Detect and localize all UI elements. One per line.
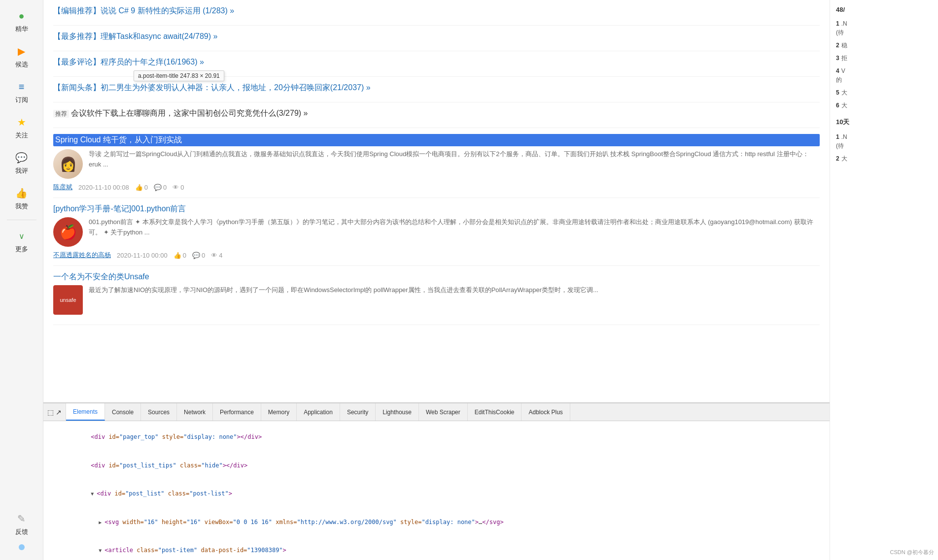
article-likes: 👍 0 [135,184,148,191]
article-item: 【最多推荐】理解Task和async await(24/789) » [53,26,820,51]
right-item: 1.N(待 [836,131,932,152]
devtools-tab-performance[interactable]: Performance [213,403,261,421]
article-meta: 陈彦斌 2020-11-10 00:08 👍 0 💬 0 👁 0 [53,183,820,192]
sidebar-divider [7,220,36,220]
article-item-unsafe: 一个名为不安全的类Unsafe unsafe 最近为了解加速NIO的实现原理，学… [53,266,820,325]
sidebar-item-dingyue[interactable]: ≡ 订阅 [2,76,41,108]
article-link[interactable]: 【编辑推荐】说说 C# 9 新特性的实际运用 (1/283) » [53,6,820,16]
devtools-tab-security[interactable]: Security [340,403,376,421]
sidebar-label-houxuan: 候选 [15,60,28,69]
right-item: 5大 [836,86,932,99]
sidebar-label-gengduo: 更多 [15,245,28,254]
sidebar: ● 精华 ▶ 候选 ≡ 订阅 ★ 关注 💬 我评 👍 我赞 ∨ 更多 [0,0,43,560]
sidebar-label-fankui: 反馈 [15,527,28,536]
code-line: <div id="pager_top" style="display: none… [43,423,830,452]
sidebar-label-dingyue: 订阅 [15,96,28,104]
devtools-tab-editthiscookie[interactable]: EditThisCookie [468,403,522,421]
right-item: 2大 [836,152,932,165]
devtools-tab-console[interactable]: Console [105,403,141,421]
right-item: 4V的 [836,65,932,86]
code-viewer: <div id="pager_top" style="display: none… [43,421,830,560]
article-link[interactable]: 【最多评论】程序员的十年之痒(16/1963) » [53,57,820,67]
element-tooltip: a.post-item-title 247.83 × 20.91 [134,70,224,81]
devtools-tab-application[interactable]: Application [297,403,340,421]
article-meta: 不愿透露姓名的高杨 2020-11-10 00:00 👍 0 💬 0 👁 4 [53,251,820,260]
inspector-icon: ⬚ [47,408,54,416]
devtools-tabs: ⬚ ↗ Elements Console Sources Network Per… [43,403,830,421]
guanzhu-icon: ★ [15,115,29,129]
article-link[interactable]: 【最多推荐】理解Task和async await(24/789) » [53,32,820,42]
sidebar-item-houxuan[interactable]: ▶ 候选 [2,40,41,73]
fankui-icon: ✎ [15,512,29,526]
devtools-tab-memory[interactable]: Memory [261,403,297,421]
article-summary: 导读 之前写过一篇SpringCloud从入门到精通的点我直达，微服务基础知识点… [89,149,820,179]
tab-webscraper-label: Web Scraper [426,409,460,416]
indicator-dot [19,544,25,550]
right-sidebar: 48/ 1.N(待 2稳 3拒 4V的 5大 6大 10天 1.N(待 2大 [830,0,938,560]
article-item-python: [python学习手册-笔记]001.python前言 🍎 001.python… [53,198,820,266]
source-label: CSDN @初今暮分 [890,549,934,556]
devtools-tab-sources[interactable]: Sources [141,403,177,421]
tab-sources-label: Sources [148,409,170,416]
devtools-tab-adblockplus[interactable]: Adblock Plus [521,403,570,421]
article-thumb-python: 🍎 [53,217,83,247]
devtools-tab-elements[interactable]: Elements [66,403,105,421]
article-summary-unsafe: 最近为了解加速NIO的实现原理，学习NIO的源码时，遇到了一个问题，即在Wind… [89,285,820,315]
sidebar-item-guanzhu[interactable]: ★ 关注 [2,111,41,144]
article-body: 🍎 001.python前言 ✦ 本系列文章是我个人学习《python学习手册（… [53,217,820,247]
article-link-spring-cloud[interactable]: Spring Cloud 纯干货，从入门到实战 [53,134,820,146]
tab-elements-label: Elements [73,408,98,415]
article-author-python[interactable]: 不愿透露姓名的高杨 [53,251,111,260]
right-item: 6大 [836,99,932,112]
tab-application-label: Application [304,409,333,416]
article-summary-python: 001.python前言 ✦ 本系列文章是我个人学习《python学习手册（第五… [89,217,820,247]
article-link[interactable]: 推荐 会议软件下载上在哪聊商用，这家中国初创公司究竟凭什么(3/279) » [53,108,820,119]
sidebar-item-woping[interactable]: 💬 我评 [2,147,41,179]
article-views: 👁 0 [173,184,184,191]
article-comments: 💬 0 [192,252,205,259]
article-author[interactable]: 陈彦斌 [53,183,72,192]
article-item-spring-cloud: Spring Cloud 纯干货，从入门到实战 👩 导读 之前写过一篇Sprin… [53,128,820,198]
article-body: 👩 导读 之前写过一篇SpringCloud从入门到精通的点我直达，微服务基础知… [53,149,820,179]
tab-memory-label: Memory [268,409,289,416]
right-item: 3拒 [836,52,932,65]
tab-network-label: Network [184,409,206,416]
sidebar-item-fankui[interactable]: ✎ 反馈 [2,508,41,540]
right-section-48: 48/ [836,6,932,13]
sidebar-label-guanzhu: 关注 [15,131,28,140]
devtools-tab-network[interactable]: Network [177,403,213,421]
article-link[interactable]: 【新闻头条】初二男生为外婆发明认人神器：认亲人，报地址，20分钟召唤回家(21/… [53,83,820,93]
article-thumb-unsafe: unsafe [53,285,83,315]
sidebar-item-jinghua[interactable]: ● 精华 [2,5,41,37]
right-item: 1.N(待 [836,17,932,39]
expand-arrow[interactable] [99,519,104,526]
code-line: <div id="post_list_tips" class="hide"></… [43,452,830,480]
tab-editthiscookie-label: EditThisCookie [475,409,515,416]
article-date: 2020-11-10 00:08 [78,184,129,191]
devtools-tab-inspector: ⬚ ↗ [43,403,66,421]
expand-arrow[interactable] [99,547,104,554]
article-list-container: a.post-item-title 247.83 × 20.91 【编辑推荐】说… [43,0,830,560]
article-link-python[interactable]: [python学习手册-笔记]001.python前言 [53,204,820,214]
article-item: 【编辑推荐】说说 C# 9 新特性的实际运用 (1/283) » [53,0,820,26]
woping-icon: 💬 [15,151,29,165]
article-body: unsafe 最近为了解加速NIO的实现原理，学习NIO的源码时，遇到了一个问题… [53,285,820,315]
cursor-icon: ↗ [56,408,62,416]
houxuan-icon: ▶ [15,44,29,58]
article-link-unsafe[interactable]: 一个名为不安全的类Unsafe [53,272,820,282]
right-section-10days: 10天 [836,118,932,127]
article-item: 推荐 会议软件下载上在哪聊商用，这家中国初创公司究竟凭什么(3/279) » [53,102,820,128]
sidebar-item-gengduo[interactable]: ∨ 更多 [2,225,41,258]
tab-performance-label: Performance [220,409,254,416]
tab-lighthouse-label: Lighthouse [382,409,412,416]
sidebar-label-woping: 我评 [15,166,28,175]
sidebar-label-wocai: 我赞 [15,202,28,211]
page-content: ● 精华 ▶ 候选 ≡ 订阅 ★ 关注 💬 我评 👍 我赞 ∨ 更多 [0,0,938,560]
devtools-tab-lighthouse[interactable]: Lighthouse [376,403,419,421]
expand-arrow[interactable] [91,490,97,497]
jinghua-icon: ● [15,9,29,23]
sidebar-item-wocai[interactable]: 👍 我赞 [2,182,41,215]
devtools-tab-webscraper[interactable]: Web Scraper [419,403,468,421]
tab-security-label: Security [347,409,368,416]
dingyue-icon: ≡ [15,80,29,94]
